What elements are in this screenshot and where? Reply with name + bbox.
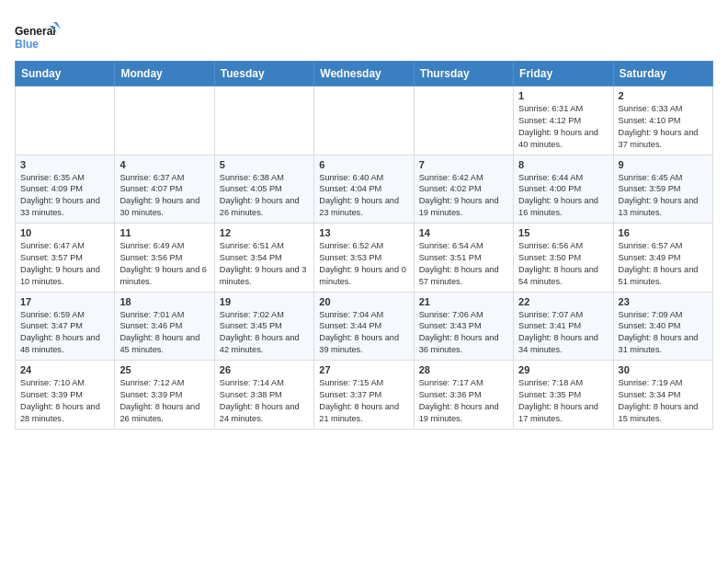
day-info: Sunrise: 7:15 AM Sunset: 3:37 PM Dayligh… [319,377,408,425]
day-info: Sunrise: 7:02 AM Sunset: 3:45 PM Dayligh… [220,309,309,357]
weekday-header-wednesday: Wednesday [314,62,414,86]
day-info: Sunrise: 7:06 AM Sunset: 3:43 PM Dayligh… [419,309,508,357]
day-info: Sunrise: 6:40 AM Sunset: 4:04 PM Dayligh… [319,172,408,220]
calendar-week-4: 17Sunrise: 6:59 AM Sunset: 3:47 PM Dayli… [16,292,713,361]
day-number: 1 [518,90,608,101]
calendar-cell: 2Sunrise: 6:33 AM Sunset: 4:10 PM Daylig… [613,86,712,155]
calendar-cell: 23Sunrise: 7:09 AM Sunset: 3:40 PM Dayli… [613,292,712,361]
day-number: 23 [619,296,708,307]
day-info: Sunrise: 7:07 AM Sunset: 3:41 PM Dayligh… [518,309,608,357]
calendar-cell: 25Sunrise: 7:12 AM Sunset: 3:39 PM Dayli… [115,361,214,430]
calendar-cell: 10Sunrise: 6:47 AM Sunset: 3:57 PM Dayli… [16,224,115,293]
calendar-cell: 27Sunrise: 7:15 AM Sunset: 3:37 PM Dayli… [314,361,414,430]
calendar-cell [115,86,214,155]
calendar-cell: 4Sunrise: 6:37 AM Sunset: 4:07 PM Daylig… [115,155,214,224]
day-info: Sunrise: 6:38 AM Sunset: 4:05 PM Dayligh… [220,172,309,220]
day-info: Sunrise: 6:51 AM Sunset: 3:54 PM Dayligh… [220,240,309,288]
weekday-header-tuesday: Tuesday [214,62,313,86]
page-header: General Blue [15,15,713,57]
day-number: 6 [319,159,408,170]
day-info: Sunrise: 6:59 AM Sunset: 3:47 PM Dayligh… [20,309,109,357]
day-info: Sunrise: 6:35 AM Sunset: 4:09 PM Dayligh… [20,172,109,220]
day-info: Sunrise: 7:19 AM Sunset: 3:34 PM Dayligh… [619,377,708,425]
svg-text:Blue: Blue [15,38,39,51]
calendar-cell: 19Sunrise: 7:02 AM Sunset: 3:45 PM Dayli… [214,292,313,361]
calendar-cell [414,86,513,155]
day-number: 5 [220,159,309,170]
day-info: Sunrise: 6:44 AM Sunset: 4:00 PM Dayligh… [518,172,608,220]
day-number: 25 [119,364,209,375]
calendar-cell: 20Sunrise: 7:04 AM Sunset: 3:44 PM Dayli… [314,292,414,361]
calendar-cell: 8Sunrise: 6:44 AM Sunset: 4:00 PM Daylig… [514,155,613,224]
calendar-cell: 3Sunrise: 6:35 AM Sunset: 4:09 PM Daylig… [16,155,115,224]
day-info: Sunrise: 6:49 AM Sunset: 3:56 PM Dayligh… [119,240,209,288]
day-number: 15 [518,227,608,238]
day-info: Sunrise: 6:57 AM Sunset: 3:49 PM Dayligh… [619,240,708,288]
calendar-week-3: 10Sunrise: 6:47 AM Sunset: 3:57 PM Dayli… [16,224,713,293]
day-info: Sunrise: 6:52 AM Sunset: 3:53 PM Dayligh… [319,240,408,288]
calendar-cell: 29Sunrise: 7:18 AM Sunset: 3:35 PM Dayli… [514,361,613,430]
day-number: 2 [619,90,708,101]
day-number: 3 [20,159,109,170]
logo-svg: General Blue [15,20,61,57]
calendar-cell: 13Sunrise: 6:52 AM Sunset: 3:53 PM Dayli… [314,224,414,293]
calendar-cell: 6Sunrise: 6:40 AM Sunset: 4:04 PM Daylig… [314,155,414,224]
calendar-table: SundayMondayTuesdayWednesdayThursdayFrid… [15,61,713,430]
day-number: 19 [220,296,309,307]
day-number: 30 [619,364,708,375]
day-number: 28 [419,364,508,375]
day-number: 13 [319,227,408,238]
day-number: 21 [419,296,508,307]
day-info: Sunrise: 7:04 AM Sunset: 3:44 PM Dayligh… [319,309,408,357]
day-info: Sunrise: 6:54 AM Sunset: 3:51 PM Dayligh… [419,240,508,288]
weekday-header-monday: Monday [115,62,214,86]
day-number: 27 [319,364,408,375]
day-number: 17 [20,296,109,307]
weekday-header-thursday: Thursday [414,62,513,86]
day-number: 18 [119,296,209,307]
day-info: Sunrise: 7:10 AM Sunset: 3:39 PM Dayligh… [20,377,109,425]
calendar-cell: 11Sunrise: 6:49 AM Sunset: 3:56 PM Dayli… [115,224,214,293]
day-number: 11 [119,227,209,238]
day-info: Sunrise: 7:14 AM Sunset: 3:38 PM Dayligh… [220,377,309,425]
calendar-cell: 9Sunrise: 6:45 AM Sunset: 3:59 PM Daylig… [613,155,712,224]
calendar-cell: 16Sunrise: 6:57 AM Sunset: 3:49 PM Dayli… [613,224,712,293]
day-info: Sunrise: 6:31 AM Sunset: 4:12 PM Dayligh… [518,103,608,151]
calendar-cell: 24Sunrise: 7:10 AM Sunset: 3:39 PM Dayli… [16,361,115,430]
calendar-cell [16,86,115,155]
calendar-cell: 18Sunrise: 7:01 AM Sunset: 3:46 PM Dayli… [115,292,214,361]
weekday-header-saturday: Saturday [613,62,712,86]
calendar-cell: 26Sunrise: 7:14 AM Sunset: 3:38 PM Dayli… [214,361,313,430]
day-info: Sunrise: 7:09 AM Sunset: 3:40 PM Dayligh… [619,309,708,357]
day-number: 10 [20,227,109,238]
day-number: 14 [419,227,508,238]
calendar-cell: 12Sunrise: 6:51 AM Sunset: 3:54 PM Dayli… [214,224,313,293]
calendar-cell: 22Sunrise: 7:07 AM Sunset: 3:41 PM Dayli… [514,292,613,361]
day-info: Sunrise: 7:17 AM Sunset: 3:36 PM Dayligh… [419,377,508,425]
day-info: Sunrise: 7:01 AM Sunset: 3:46 PM Dayligh… [119,309,209,357]
weekday-header-sunday: Sunday [16,62,115,86]
calendar-cell: 14Sunrise: 6:54 AM Sunset: 3:51 PM Dayli… [414,224,513,293]
day-info: Sunrise: 6:37 AM Sunset: 4:07 PM Dayligh… [119,172,209,220]
calendar-week-1: 1Sunrise: 6:31 AM Sunset: 4:12 PM Daylig… [16,86,713,155]
calendar-cell [314,86,414,155]
calendar-cell [214,86,313,155]
calendar-cell: 5Sunrise: 6:38 AM Sunset: 4:05 PM Daylig… [214,155,313,224]
day-number: 4 [119,159,209,170]
day-number: 9 [619,159,708,170]
logo: General Blue [15,20,61,57]
day-info: Sunrise: 6:56 AM Sunset: 3:50 PM Dayligh… [518,240,608,288]
weekday-header-row: SundayMondayTuesdayWednesdayThursdayFrid… [16,62,713,86]
day-info: Sunrise: 6:33 AM Sunset: 4:10 PM Dayligh… [619,103,708,151]
calendar-cell: 1Sunrise: 6:31 AM Sunset: 4:12 PM Daylig… [514,86,613,155]
day-number: 24 [20,364,109,375]
day-info: Sunrise: 7:18 AM Sunset: 3:35 PM Dayligh… [518,377,608,425]
calendar-cell: 21Sunrise: 7:06 AM Sunset: 3:43 PM Dayli… [414,292,513,361]
calendar-cell: 28Sunrise: 7:17 AM Sunset: 3:36 PM Dayli… [414,361,513,430]
calendar-cell: 15Sunrise: 6:56 AM Sunset: 3:50 PM Dayli… [514,224,613,293]
calendar-week-5: 24Sunrise: 7:10 AM Sunset: 3:39 PM Dayli… [16,361,713,430]
calendar-cell: 30Sunrise: 7:19 AM Sunset: 3:34 PM Dayli… [613,361,712,430]
day-info: Sunrise: 7:12 AM Sunset: 3:39 PM Dayligh… [119,377,209,425]
day-number: 22 [518,296,608,307]
svg-text:General: General [15,25,56,38]
